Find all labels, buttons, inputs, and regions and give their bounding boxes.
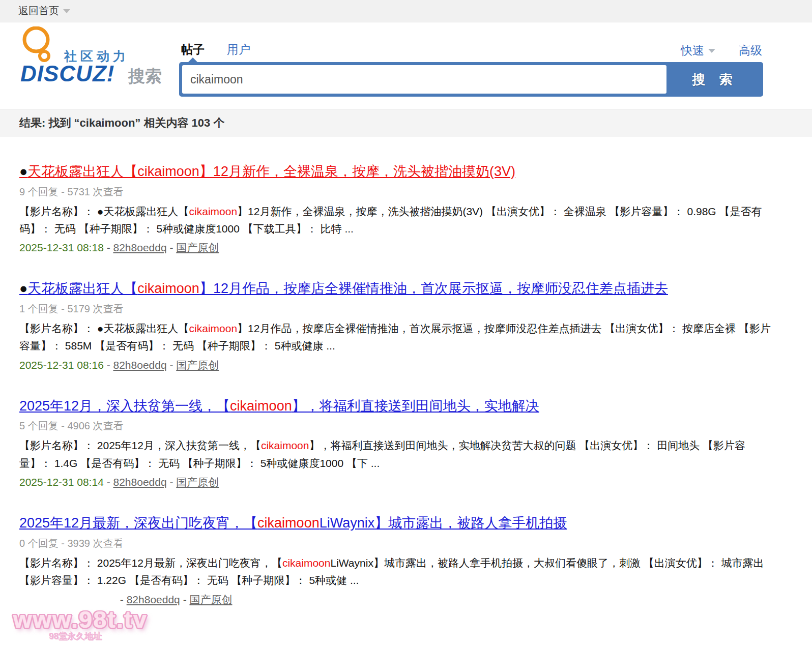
- result-item: ●天花板露出狂人【cikaimoon】12月新作，全裸温泉，按摩，洗头被揩油摸奶…: [19, 161, 776, 255]
- title-segment: ●: [19, 281, 27, 296]
- result-meta-line: 2025-12-31 08:18 - 82h8oeddq - 国产原创: [19, 241, 776, 255]
- result-title: 2025年12月，深入扶贫第一线，【cikaimoon】，将福利直接送到田间地头…: [19, 396, 776, 417]
- result-snippet: 【影片名称】： ●天花板露出狂人【cikaimoon】12月新作，全裸温泉，按摩…: [19, 203, 776, 238]
- title-segment: 天花板露出狂人【: [27, 281, 137, 296]
- forum-link[interactable]: 国产原创: [176, 242, 219, 253]
- title-segment: cikaimoon: [230, 398, 292, 414]
- post-date: 2025-12-31 08:18: [19, 242, 104, 253]
- result-item: 2025年12月最新，深夜出门吃夜宵，【cikaimoonLiWaynix】城市…: [19, 513, 776, 606]
- result-snippet: 【影片名称】： 2025年12月最新，深夜出门吃夜宵，【cikaimoonLiW…: [19, 554, 776, 590]
- title-segment: LiWaynix】城市露出，被路人拿手机拍摄: [320, 515, 567, 531]
- result-title: 2025年12月最新，深夜出门吃夜宵，【cikaimoonLiWaynix】城市…: [19, 513, 776, 534]
- forum-link[interactable]: 国产原创: [176, 359, 219, 371]
- speech-bubble-icon: [21, 26, 55, 63]
- active-tab-pointer: [188, 57, 197, 62]
- search-button[interactable]: 搜 索: [666, 62, 763, 97]
- snippet-segment: cikaimoon: [189, 206, 238, 217]
- result-count-text: 结果: 找到 “cikaimoon” 相关内容 103 个: [19, 116, 224, 129]
- watermark-url: www.98t.tv: [13, 605, 148, 633]
- author-link[interactable]: 82h8oeddq: [113, 242, 166, 253]
- forum-link[interactable]: 国产原创: [189, 594, 232, 605]
- author-link[interactable]: 82h8oeddq: [113, 359, 166, 371]
- topbar: 返回首页: [0, 0, 812, 22]
- snippet-segment: 【影片名称】： ●天花板露出狂人【: [19, 206, 189, 217]
- snippet-segment: 【影片名称】： 2025年12月最新，深夜出门吃夜宵，【: [19, 557, 282, 569]
- result-meta-line: 2025-12-31 08:14 - 82h8oeddq - 国产原创: [19, 475, 776, 489]
- result-title-link[interactable]: 2025年12月，深入扶贫第一线，【cikaimoon】，将福利直接送到田间地头…: [19, 398, 539, 414]
- tab-users[interactable]: 用户: [227, 42, 250, 57]
- advanced-search-label: 高级: [739, 43, 762, 58]
- post-date: 2025-12-31 08:14: [19, 476, 104, 488]
- search-box: 搜 索: [179, 62, 763, 97]
- result-title-link[interactable]: ●天花板露出狂人【cikaimoon】12月作品，按摩店全裸催情推油，首次展示抠…: [19, 281, 668, 296]
- result-stats: 1 个回复 - 5179 次查看: [19, 302, 776, 316]
- snippet-segment: 【影片名称】： ●天花板露出狂人【: [19, 322, 189, 334]
- logo-suffix: 搜索: [128, 65, 162, 88]
- results-list: ●天花板露出狂人【cikaimoon】12月新作，全裸温泉，按摩，洗头被揩油摸奶…: [0, 137, 812, 607]
- tab-posts[interactable]: 帖子: [181, 42, 205, 57]
- quick-search-link[interactable]: 快速: [681, 43, 715, 58]
- result-stats: 5 个回复 - 4906 次查看: [19, 419, 776, 433]
- result-snippet: 【影片名称】： ●天花板露出狂人【cikaimoon】12月作品，按摩店全裸催情…: [19, 320, 776, 355]
- logo-brand: DISCUZ!: [20, 61, 114, 86]
- advanced-search-link[interactable]: 高级: [739, 43, 762, 58]
- title-segment: cikaimoon: [137, 281, 199, 296]
- snippet-segment: cikaimoon: [261, 439, 309, 451]
- post-date: 2025-12-31 08:16: [19, 359, 104, 371]
- title-segment: 2025年12月最新，深夜出门吃夜宵，【: [19, 515, 257, 531]
- title-segment: cikaimoon: [257, 515, 320, 531]
- title-segment: 天花板露出狂人【cikaimoon】12月新作，全裸温泉，按摩，洗头被揩油摸奶(…: [27, 164, 515, 179]
- snippet-segment: cikaimoon: [282, 557, 331, 569]
- chevron-down-icon: [708, 49, 715, 53]
- forum-link[interactable]: 国产原创: [176, 476, 219, 488]
- watermark-subtitle: 98堂永久地址: [49, 630, 148, 642]
- quick-search-label: 快速: [681, 43, 704, 58]
- result-stats: 9 个回复 - 5731 次查看: [19, 185, 776, 199]
- author-link[interactable]: 82h8oeddq: [113, 476, 166, 488]
- snippet-segment: cikaimoon: [189, 322, 238, 334]
- result-stats: 0 个回复 - 3939 次查看: [19, 537, 776, 550]
- result-item: 2025年12月，深入扶贫第一线，【cikaimoon】，将福利直接送到田间地头…: [19, 396, 776, 489]
- snippet-segment: 【影片名称】： 2025年12月，深入扶贫第一线，【: [19, 439, 261, 451]
- back-home-label: 返回首页: [18, 4, 59, 18]
- site-watermark: www.98t.tv 98堂永久地址: [13, 605, 148, 642]
- result-title: ●天花板露出狂人【cikaimoon】12月新作，全裸温泉，按摩，洗头被揩油摸奶…: [19, 161, 776, 182]
- title-segment: 2025年12月，深入扶贫第一线，【: [19, 398, 230, 414]
- search-mode-links: 快速 高级: [681, 43, 762, 58]
- result-count-bar: 结果: 找到 “cikaimoon” 相关内容 103 个: [0, 109, 812, 137]
- result-snippet: 【影片名称】： 2025年12月，深入扶贫第一线，【cikaimoon】，将福利…: [19, 437, 776, 472]
- search-header: 社区动力 DISCUZ! 搜索 帖子 用户 快速 高级 搜 索: [0, 22, 812, 109]
- result-meta-line: - 82h8oeddq - 国产原创: [19, 593, 776, 607]
- back-home-link[interactable]: 返回首页: [18, 4, 70, 18]
- title-segment: ●: [19, 164, 27, 179]
- result-title: ●天花板露出狂人【cikaimoon】12月作品，按摩店全裸催情推油，首次展示抠…: [19, 278, 776, 299]
- result-meta-line: 2025-12-31 08:16 - 82h8oeddq - 国产原创: [19, 358, 776, 372]
- result-item: ●天花板露出狂人【cikaimoon】12月作品，按摩店全裸催情推油，首次展示抠…: [19, 278, 776, 372]
- title-segment: 】12月作品，按摩店全裸催情推油，首次展示抠逼，按摩师没忍住差点插进去: [199, 281, 668, 296]
- author-link[interactable]: 82h8oeddq: [127, 594, 180, 605]
- discuz-logo: 社区动力 DISCUZ! 搜索: [20, 26, 168, 87]
- result-title-link[interactable]: 2025年12月最新，深夜出门吃夜宵，【cikaimoonLiWaynix】城市…: [19, 515, 567, 531]
- chevron-down-icon: [63, 9, 70, 13]
- search-input[interactable]: [182, 65, 666, 94]
- result-title-link[interactable]: ●天花板露出狂人【cikaimoon】12月新作，全裸温泉，按摩，洗头被揩油摸奶…: [19, 164, 515, 179]
- search-tabs: 帖子 用户: [181, 42, 250, 57]
- title-segment: 】，将福利直接送到田间地头，实地解决: [292, 398, 539, 414]
